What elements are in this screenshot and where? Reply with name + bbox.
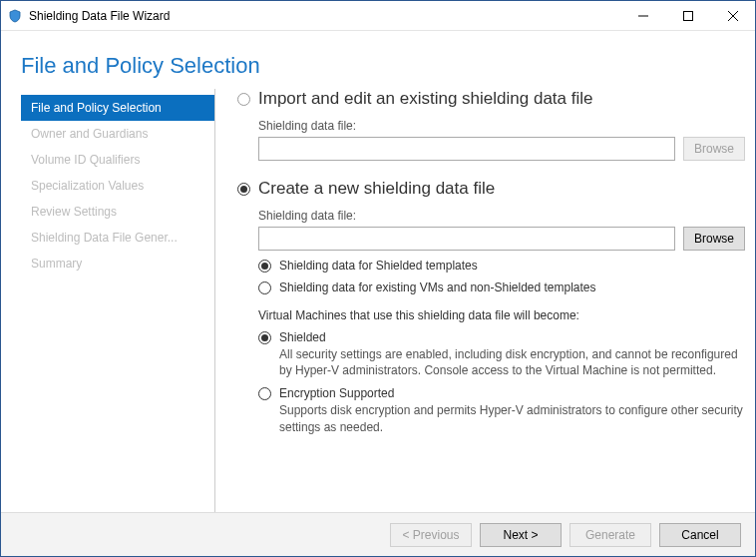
step-summary: Summary — [21, 251, 214, 277]
desc-policy-encryption: Supports disk encryption and permits Hyp… — [279, 402, 745, 434]
label-template-shielded: Shielding data for Shielded templates — [279, 259, 745, 273]
body: File and Policy Selection Owner and Guar… — [1, 89, 755, 512]
wizard-steps-sidebar: File and Policy Selection Owner and Guar… — [21, 89, 215, 512]
import-file-label: Shielding data file: — [258, 119, 745, 133]
app-icon — [7, 8, 23, 24]
generate-button: Generate — [569, 523, 651, 547]
step-review-settings: Review Settings — [21, 199, 214, 225]
create-browse-button[interactable]: Browse — [683, 227, 745, 251]
page-title: File and Policy Selection — [21, 53, 735, 79]
create-file-input[interactable] — [258, 227, 675, 251]
step-specialization-values: Specialization Values — [21, 173, 214, 199]
label-policy-encryption: Encryption Supported — [279, 386, 745, 400]
radio-import[interactable] — [237, 93, 250, 106]
import-browse-button: Browse — [683, 137, 745, 161]
vm-policy-note: Virtual Machines that use this shielding… — [258, 308, 745, 322]
option-import-title: Import and edit an existing shielding da… — [258, 89, 592, 109]
previous-button: < Previous — [390, 523, 472, 547]
next-button[interactable]: Next > — [480, 523, 562, 547]
radio-template-nonshielded[interactable] — [258, 281, 271, 294]
cancel-button[interactable]: Cancel — [659, 523, 741, 547]
maximize-button[interactable] — [665, 1, 710, 31]
close-button[interactable] — [710, 1, 755, 31]
content-panel: Import and edit an existing shielding da… — [215, 89, 755, 512]
minimize-button[interactable] — [620, 1, 665, 31]
radio-create[interactable] — [237, 183, 250, 196]
wizard-window: Shielding Data File Wizard File and Poli… — [0, 0, 756, 557]
create-file-label: Shielding data file: — [258, 209, 745, 223]
step-volume-id-qualifiers: Volume ID Qualifiers — [21, 147, 214, 173]
titlebar: Shielding Data File Wizard — [1, 1, 755, 31]
window-title: Shielding Data File Wizard — [29, 9, 170, 23]
radio-policy-shielded[interactable] — [258, 331, 271, 344]
option-create-title: Create a new shielding data file — [258, 179, 495, 199]
page-header: File and Policy Selection — [1, 31, 755, 89]
wizard-footer: < Previous Next > Generate Cancel — [1, 512, 755, 556]
label-policy-shielded: Shielded — [279, 330, 745, 344]
step-file-and-policy-selection[interactable]: File and Policy Selection — [21, 95, 214, 121]
step-shielding-data-file-generation: Shielding Data File Gener... — [21, 225, 214, 251]
label-template-nonshielded: Shielding data for existing VMs and non-… — [279, 280, 745, 294]
radio-template-shielded[interactable] — [258, 260, 271, 273]
radio-policy-encryption[interactable] — [258, 387, 271, 400]
step-owner-and-guardians: Owner and Guardians — [21, 121, 214, 147]
desc-policy-shielded: All security settings are enabled, inclu… — [279, 346, 745, 378]
option-import-group: Import and edit an existing shielding da… — [237, 89, 745, 161]
svg-rect-1 — [683, 11, 692, 20]
option-create-group: Create a new shielding data file Shieldi… — [237, 179, 745, 435]
import-file-input[interactable] — [258, 137, 675, 161]
